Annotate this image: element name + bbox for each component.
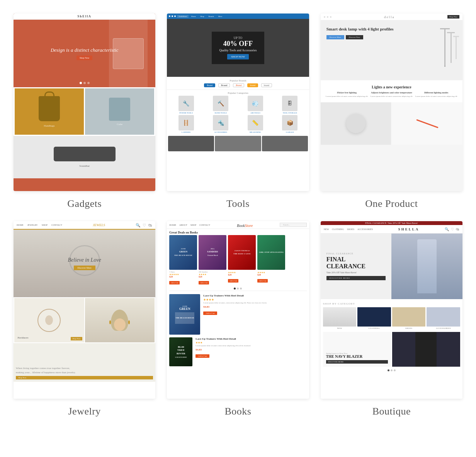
featured-btn[interactable]: Add to Cart: [203, 311, 217, 315]
brand-item-5[interactable]: brand: [261, 83, 272, 87]
book-btn-1[interactable]: Add to Cart: [169, 281, 180, 284]
op-cord: [416, 119, 438, 128]
gadgets-cell-cube[interactable]: Cube: [85, 88, 154, 135]
jewelry-search-icon[interactable]: 🔍: [136, 223, 140, 227]
grid-item-tools[interactable]: ToolsStore Home Shop Brands More UP TO 4…: [161, 8, 314, 215]
grid-item-jewelry[interactable]: HOME JEWELRY SHOP CONTACT JEWELS 🔍 ♡ 🛍: [8, 215, 161, 423]
boutique-search-icon[interactable]: 🔍: [445, 227, 449, 231]
grid-item-one-product[interactable]: della Shop Now Smart desk lamp with 4 li…: [315, 8, 468, 215]
boutique-cat-shoes[interactable]: SHOES: [392, 307, 426, 329]
jewelry-preview-frame[interactable]: HOME JEWELRY SHOP CONTACT JEWELS 🔍 ♡ 🛍: [14, 221, 155, 399]
tools-categories-section: Popular Categories 🔧 POWER TOOLS 🔨 HAND …: [167, 90, 309, 135]
tools-categories-title: Popular Categories: [169, 91, 306, 95]
tools-cat-power[interactable]: 🔧 POWER TOOLS: [169, 96, 203, 114]
books-nav-shop[interactable]: SHOP: [190, 224, 196, 226]
boutique-heart-icon[interactable]: ♡: [451, 227, 454, 231]
gadgets-preview-frame[interactable]: ShEllA Design is a distinct characterist…: [14, 14, 155, 191]
op-feature-1: Flicker free lighting Lorem ipsum dolor …: [325, 91, 369, 98]
op-nav-btn[interactable]: Shop Now: [447, 15, 459, 19]
tools-cat-hand[interactable]: 🔨 HAND TOOLS: [204, 96, 238, 114]
book-card-1[interactable]: JANEGREENTHE BEACH HOUSE 5 Stars ★★★★★ $…: [169, 235, 197, 285]
tools-cat-garage-img: 📦: [282, 115, 298, 130]
book-card-3[interactable]: JASON THOMASTHE HATE U GIVE ★★★★ $29 Add…: [228, 235, 256, 285]
jewelry-heart-icon[interactable]: ♡: [143, 223, 146, 227]
op-features-grid: Flicker free lighting Lorem ipsum dolor …: [325, 91, 458, 98]
jewelry-hero-btn[interactable]: Discover More: [74, 266, 95, 270]
one-product-preview-frame[interactable]: della Shop Now Smart desk lamp with 4 li…: [321, 14, 462, 191]
jewelry-bag-icon[interactable]: 🛍: [148, 223, 152, 227]
tools-promo-percent: 40% OFF: [219, 40, 257, 48]
tools-preview-frame[interactable]: ToolsStore Home Shop Brands More UP TO 4…: [167, 14, 309, 191]
books-nav-about[interactable]: ABOUT: [179, 224, 187, 226]
boutique-hero-btn[interactable]: DISCOVER MORE: [326, 276, 386, 280]
op-lamp-container: [444, 26, 457, 67]
boutique-cat-clothing[interactable]: CLOTHING: [357, 307, 391, 329]
boutique-bag-icon[interactable]: 🛍: [456, 227, 459, 231]
boutique-cat-acc-img: [427, 307, 460, 327]
jewelry-nav-contact[interactable]: CONTACT: [51, 224, 62, 226]
jewelry-nav-cat[interactable]: JEWELRY: [27, 224, 38, 226]
brand-item-3[interactable]: Brand: [233, 83, 244, 87]
boutique-hero-sub: Take 20% Off 'Sale Must-Haves': [326, 271, 386, 274]
jewelry-nav-shop[interactable]: SHOP: [42, 224, 48, 226]
books-search[interactable]: Search...: [280, 223, 307, 227]
book-price-4: $29: [257, 274, 285, 276]
book-info-4: ★★★★ $29 Add to Cart: [257, 270, 285, 283]
boutique-feature-btn[interactable]: DISCOVER MORE: [326, 360, 388, 364]
book-btn-4[interactable]: Add to Cart: [257, 279, 268, 283]
boutique-cat-new[interactable]: NEW: [323, 307, 357, 329]
op-btn-discover[interactable]: Discover More: [326, 35, 344, 39]
brand-item-4[interactable]: brand: [247, 83, 258, 87]
brand-item-2[interactable]: Brand: [218, 83, 230, 87]
tools-nav-shop[interactable]: Shop: [199, 15, 206, 18]
tools-cat-garage-label: GARAGE: [286, 131, 294, 133]
gadgets-cell-speaker[interactable]: Soundbar: [14, 136, 155, 178]
gadgets-hero-btn[interactable]: Shop Now: [76, 56, 93, 60]
tools-cat-meas-label: MEASURING: [250, 131, 261, 133]
tools-cat-ladders[interactable]: 🪜 LADDERS: [169, 115, 203, 133]
jewelry-body-btn[interactable]: Shop Now: [16, 376, 153, 379]
boutique-preview-frame[interactable]: FINAL CLEARANCE: Take 20% Off 'Sale Must…: [321, 221, 462, 399]
tools-nav-brands[interactable]: Brands: [207, 15, 215, 18]
featured2-btn[interactable]: Add to Cart: [196, 354, 209, 358]
tools-nav-home[interactable]: Home: [190, 15, 197, 18]
books-nav-home[interactable]: HOME: [169, 224, 176, 226]
featured-book-title: Lace-Up Trainers With Heel Detail: [203, 294, 306, 297]
tools-cat-garage[interactable]: 📦 GARAGE: [273, 115, 307, 133]
book-btn-2[interactable]: Add to Cart: [199, 281, 209, 284]
gadgets-cell-bag[interactable]: Handbags: [15, 88, 84, 135]
tools-promo-btn[interactable]: SHOP NOW: [227, 54, 249, 59]
tools-cat-accessories[interactable]: 🔩 ACCESSORIES: [204, 115, 238, 133]
jewelry-cell-portrait[interactable]: [85, 298, 155, 342]
boutique-nav-new[interactable]: NEW: [324, 228, 329, 230]
grid-item-gadgets[interactable]: ShEllA Design is a distinct characterist…: [8, 8, 161, 215]
jewelry-hero-title: Believe in Love: [68, 257, 101, 263]
op-bottom-img-right: [392, 102, 462, 145]
grid-item-books[interactable]: HOME ABOUT SHOP CONTACT BookStore Search…: [161, 215, 314, 423]
tools-cat-storage[interactable]: 🗄 TOOL STORAGE: [273, 96, 307, 114]
boutique-nav-clothing[interactable]: CLOTHING: [332, 228, 344, 230]
book-card-2[interactable]: JILLSANDERSTwisted Rock Jill Sanders ★★★…: [199, 235, 226, 285]
boutique-nav-shoes[interactable]: SHOES: [347, 228, 354, 230]
grid-item-boutique[interactable]: FINAL CLEARANCE: Take 20% Off 'Sale Must…: [315, 215, 468, 423]
books-preview-frame[interactable]: HOME ABOUT SHOP CONTACT BookStore Search…: [167, 221, 309, 399]
jewelry-cell-necklace[interactable]: Necklaces Shop Now: [14, 298, 84, 342]
brand-item-1[interactable]: Brand: [204, 83, 215, 87]
books-nav-contact[interactable]: CONTACT: [199, 224, 210, 226]
jewelry-necklace-btn[interactable]: Shop Now: [71, 337, 82, 340]
gadgets-speaker-label: Soundbar: [54, 164, 116, 168]
tools-cat-measuring[interactable]: 📏 MEASURING: [238, 115, 272, 133]
op-feature-3-title: Different lighting modes: [415, 91, 458, 94]
tools-nav-item[interactable]: ToolsStore: [177, 15, 189, 18]
op-btn-now[interactable]: Discover Now: [346, 35, 363, 39]
tools-nav-more[interactable]: More: [217, 15, 224, 18]
boutique-nav-acc[interactable]: ACCESSORIES: [357, 228, 373, 230]
tools-cat-air[interactable]: 💨 AIR TOOLS: [238, 96, 272, 114]
book-btn-3[interactable]: Add to Cart: [228, 279, 238, 283]
book-card-4[interactable]: GIRL STOP APOLOGIZING ★★★★ $29 Add to Ca…: [257, 235, 285, 285]
books-label: Books: [225, 406, 252, 417]
boutique-nav: NEW CLOTHING SHOES ACCESSORIES SHELLA 🔍 …: [321, 225, 462, 234]
jewelry-nav-home[interactable]: HOME: [17, 224, 24, 226]
boutique-cat-accessories[interactable]: ACCESSORIES: [427, 307, 460, 329]
op-bottom-img-left: [321, 102, 391, 145]
